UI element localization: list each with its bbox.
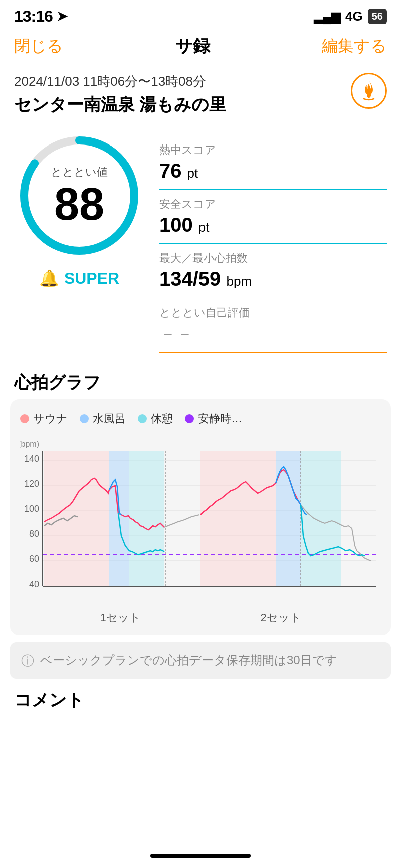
stat-heart-label: 最大／最小心拍数: [159, 251, 387, 266]
legend-rest-label: 休憩: [151, 411, 173, 426]
location-icon: ➤: [57, 9, 68, 24]
legend-mizuburo: 水風呂: [80, 411, 126, 426]
svg-text:80: 80: [29, 529, 39, 539]
svg-rect-17: [44, 451, 109, 586]
legend-sauna: サウナ: [20, 411, 68, 426]
score-circle: とととい値 88: [14, 130, 144, 261]
chart-x-labels: 1セット 2セット: [20, 606, 381, 625]
edit-button[interactable]: 編集する: [322, 35, 387, 57]
nav-bar: 閉じる サ録 編集する: [0, 30, 401, 67]
super-text: SUPER: [64, 269, 119, 288]
svg-text:100: 100: [24, 504, 39, 514]
stat-self-eval: とととい自己評価 －－: [159, 298, 387, 353]
home-indicator: [0, 846, 401, 868]
session-datetime: 2024/11/03 11時06分〜13時08分: [14, 73, 226, 90]
graph-legend: サウナ 水風呂 休憩 安静時…: [20, 411, 381, 426]
stat-safety-label: 安全スコア: [159, 197, 387, 212]
x-label-set2: 2セット: [260, 610, 301, 625]
stat-heat-label: 熱中スコア: [159, 142, 387, 158]
svg-rect-20: [200, 451, 276, 586]
svg-rect-19: [129, 451, 164, 586]
stat-heart-rate: 最大／最小心拍数 134/59 bpm: [159, 244, 387, 298]
circle-inner: とととい値 88: [51, 165, 108, 227]
svg-rect-22: [301, 451, 341, 586]
legend-rest: 休憩: [138, 411, 173, 426]
legend-resting-dot: [185, 414, 194, 423]
legend-resting-hr: 安静時…: [185, 411, 242, 426]
svg-text:(bpm): (bpm): [20, 440, 39, 448]
fire-icon-button[interactable]: [351, 73, 387, 109]
legend-mizuburo-dot: [80, 414, 89, 423]
super-label: 🔔 SUPER: [39, 269, 119, 288]
stats-column: 熱中スコア 76 pt 安全スコア 100 pt 最大／最小心拍数 134/59…: [159, 130, 387, 353]
status-time: 13:16: [14, 7, 53, 26]
stat-self-value: －－: [159, 322, 387, 345]
legend-mizuburo-label: 水風呂: [93, 411, 126, 426]
stat-self-label: とととい自己評価: [159, 305, 387, 320]
bell-icon: 🔔: [39, 269, 59, 288]
x-label-set1: 1セット: [100, 610, 140, 625]
score-circle-wrap: とととい値 88 🔔 SUPER: [14, 130, 144, 288]
legend-sauna-label: サウナ: [33, 411, 68, 426]
stat-heat-score: 熱中スコア 76 pt: [159, 135, 387, 190]
comment-section-title: コメント: [0, 679, 401, 717]
svg-text:140: 140: [24, 454, 39, 464]
status-bar: 13:16 ➤ ▂▄▆ 4G 56: [0, 0, 401, 30]
legend-sauna-dot: [20, 414, 29, 423]
home-bar: [150, 854, 251, 858]
graph-card: サウナ 水風呂 休憩 安静時… (bpm) 140 120 100 80 60 …: [10, 399, 391, 635]
svg-text:60: 60: [29, 554, 39, 564]
close-button[interactable]: 閉じる: [14, 35, 63, 57]
header-info: 2024/11/03 11時06分〜13時08分 センター南温泉 湯もみの里: [0, 67, 401, 120]
heart-rate-section-title: 心拍グラフ: [0, 363, 401, 399]
legend-resting-label: 安静時…: [198, 411, 242, 426]
circle-value: 88: [51, 182, 108, 227]
status-right: ▂▄▆ 4G 56: [314, 9, 387, 24]
stat-heat-value: 76 pt: [159, 160, 387, 182]
facility-name: センター南温泉 湯もみの里: [14, 93, 226, 116]
circle-label: とととい値: [51, 165, 108, 180]
network-label: 4G: [345, 9, 363, 24]
nav-title: サ録: [175, 35, 210, 58]
stat-safety-value: 100 pt: [159, 214, 387, 236]
stat-heart-value: 134/59 bpm: [159, 268, 387, 291]
info-note-text: ベーシックプランでの心拍データ保存期間は30日です: [40, 651, 337, 669]
signal-icon: ▂▄▆: [314, 10, 340, 24]
info-icon: ⓘ: [21, 652, 34, 670]
stat-safety-score: 安全スコア 100 pt: [159, 190, 387, 244]
svg-text:40: 40: [29, 579, 39, 589]
info-note: ⓘ ベーシックプランでの心拍データ保存期間は30日です: [10, 642, 391, 679]
heart-rate-chart: (bpm) 140 120 100 80 60 40: [20, 436, 381, 606]
legend-rest-dot: [138, 414, 147, 423]
battery-indicator: 56: [368, 9, 387, 24]
chart-area: (bpm) 140 120 100 80 60 40: [20, 436, 381, 606]
fire-icon: [359, 80, 379, 102]
svg-text:120: 120: [24, 479, 39, 489]
score-section: とととい値 88 🔔 SUPER 熱中スコア 76 pt 安全スコア 100 p…: [0, 120, 401, 363]
